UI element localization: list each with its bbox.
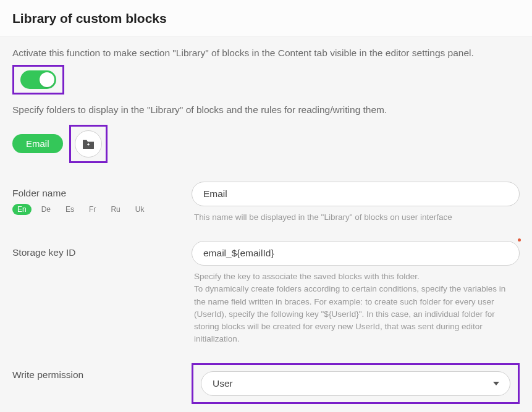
folder-name-label: Folder name	[12, 188, 192, 199]
add-folder-highlight	[69, 125, 108, 163]
write-permission-highlight: User	[192, 363, 520, 404]
write-permission-select[interactable]: User	[201, 371, 510, 396]
storage-key-input[interactable]	[192, 241, 520, 266]
add-folder-button[interactable]	[75, 130, 102, 158]
required-indicator	[518, 238, 521, 242]
folders-description: Specify folders to display in the "Libra…	[12, 103, 520, 117]
lang-tabs: En De Es Fr Ru Uk	[12, 204, 192, 215]
folder-name-input[interactable]	[192, 182, 520, 206]
lang-tab-de[interactable]: De	[36, 204, 56, 215]
folder-name-hint: This name will be displayed in the "Libr…	[192, 211, 520, 224]
folder-add-icon	[82, 138, 95, 149]
toggle-highlight	[12, 65, 64, 95]
svg-rect-1	[88, 143, 88, 146]
storage-key-label: Storage key ID	[12, 247, 192, 258]
lang-tab-uk[interactable]: Uk	[130, 204, 150, 215]
activate-toggle[interactable]	[20, 70, 56, 89]
lang-tab-ru[interactable]: Ru	[106, 204, 125, 215]
write-permission-label: Write permission	[12, 369, 192, 380]
lang-tab-fr[interactable]: Fr	[84, 204, 101, 215]
write-permission-row: Write permission User	[12, 363, 520, 404]
folder-chip-email[interactable]: Email	[12, 134, 63, 153]
lang-tab-en[interactable]: En	[12, 204, 32, 215]
toggle-thumb	[40, 72, 54, 87]
page-title: Library of custom blocks	[0, 0, 532, 36]
lang-tab-es[interactable]: Es	[61, 204, 79, 215]
storage-key-row: Storage key ID Specify the key to associ…	[12, 241, 520, 346]
activate-description: Activate this function to make section "…	[12, 46, 520, 60]
folder-name-row: Folder name En De Es Fr Ru Uk This name …	[12, 182, 520, 224]
storage-key-hint: Specify the key to associate the saved b…	[192, 271, 520, 346]
